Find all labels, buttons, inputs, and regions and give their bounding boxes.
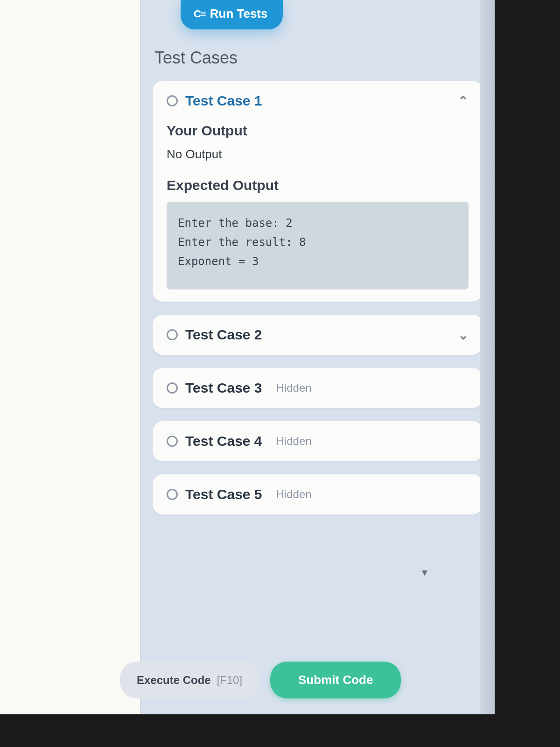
test-case-1[interactable]: Test Case 1 ⌃ Your Output No Output Expe… [153,81,483,302]
run-tests-button[interactable]: C≡ Run Tests [181,0,283,29]
editor-blank-region [0,0,140,714]
test-case-list: Test Case 1 ⌃ Your Output No Output Expe… [153,81,483,652]
submit-code-button[interactable]: Submit Code [270,662,401,698]
hidden-tag: Hidden [276,381,312,395]
test-case-title: Test Case 3 [185,380,262,396]
status-circle-icon [167,436,178,447]
expected-output-label: Expected Output [167,177,469,193]
status-circle-icon [167,95,178,106]
test-case-title: Test Case 1 [185,93,262,109]
test-case-3[interactable]: Test Case 3 Hidden [153,368,483,408]
your-output-label: Your Output [167,123,469,139]
status-circle-icon [167,382,178,394]
execute-code-label: Execute Code [137,674,211,686]
expand-arrow-icon[interactable]: ▾ [422,566,427,579]
execute-code-button[interactable]: Execute Code [F10] [120,662,259,698]
hidden-tag: Hidden [276,488,312,501]
your-output-value: No Output [167,147,469,162]
test-case-5[interactable]: Test Case 5 Hidden [153,474,483,514]
submit-code-label: Submit Code [298,673,373,687]
test-case-2[interactable]: Test Case 2 ⌄ [153,315,483,355]
test-panel: C≡ Run Tests Test Cases Test Case 1 ⌃ Yo… [140,0,495,714]
footer-actions: Execute Code [F10] Submit Code [120,652,478,714]
status-circle-icon [167,489,178,500]
section-title: Test Cases [153,48,483,68]
test-case-title: Test Case 2 [185,327,262,343]
run-tests-label: Run Tests [210,7,268,21]
test-case-4[interactable]: Test Case 4 Hidden [153,421,483,461]
expected-output-value: Enter the base: 2 Enter the result: 8 Ex… [167,202,469,289]
status-circle-icon [167,329,178,340]
window-edge [480,0,495,714]
chevron-down-icon[interactable]: ⌄ [458,327,469,343]
hidden-tag: Hidden [276,435,312,448]
test-case-title: Test Case 5 [185,486,262,502]
chevron-up-icon[interactable]: ⌃ [458,93,469,109]
execute-code-hint: [F10] [217,674,242,686]
test-case-title: Test Case 4 [185,433,262,449]
run-icon: C≡ [194,8,205,20]
